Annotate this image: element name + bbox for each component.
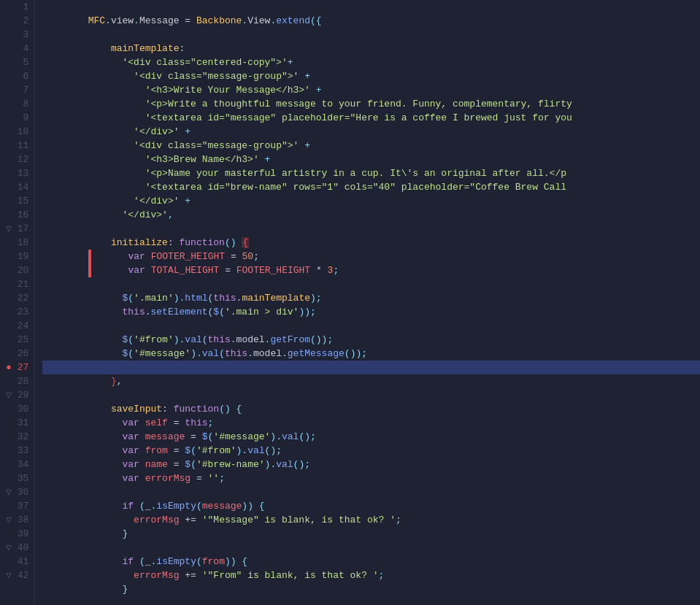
ln-27: ● 27: [0, 361, 34, 374]
line-numbers: 1 2 3 4 5 6 7 8 9 10 11 12 13 14 15 16 ▽…: [0, 0, 35, 605]
code-line-30: var self = this;: [42, 402, 700, 416]
ln-26: 26: [0, 347, 34, 361]
ln-17: ▽ 17: [0, 222, 34, 236]
code-line-18: var FOOTER_HEIGHT = 50;: [42, 236, 700, 250]
ln-28: 28: [0, 374, 34, 388]
code-line-34: var errorMsg = '';: [42, 458, 700, 471]
code-line-38: }: [42, 513, 700, 527]
ln-33: 33: [0, 444, 34, 458]
code-line-9: '</div>' +: [42, 111, 700, 125]
code-line-42: }: [42, 569, 700, 582]
code-line-11: '<h3>Brew Name</h3>' +: [42, 139, 700, 153]
code-line-33: var name = $('#brew-name').val();: [42, 444, 700, 458]
code-line-23: [42, 305, 700, 319]
code-line-13: '<textarea id="brew-name" rows="1" cols=…: [42, 166, 700, 180]
ln-14: 14: [0, 180, 34, 194]
ln-13: 13: [0, 166, 34, 180]
code-line-32: var from = $('#from').val();: [42, 430, 700, 444]
code-line-24: $('#from').val(this.model.getFrom());: [42, 319, 700, 333]
ln-16: 16: [0, 208, 34, 222]
ln-35: 35: [0, 471, 34, 485]
code-line-10: '<div class="message-group">' +: [42, 125, 700, 139]
ln-10: 10: [0, 125, 34, 139]
ln-34: 34: [0, 458, 34, 471]
ln-6: 6: [0, 69, 34, 83]
ln-41: 41: [0, 555, 34, 569]
code-line-2: [42, 14, 700, 28]
code-line-31: var message = $('#message').val();: [42, 416, 700, 430]
ln-25: 25: [0, 333, 34, 347]
code-editor: 1 2 3 4 5 6 7 8 9 10 11 12 13 14 15 16 ▽…: [0, 0, 700, 605]
code-container: 1 2 3 4 5 6 7 8 9 10 11 12 13 14 15 16 ▽…: [0, 0, 700, 605]
ln-20: 20: [0, 263, 34, 277]
ln-37: 37: [0, 499, 34, 513]
code-line-6: '<h3>Write Your Message</h3>' +: [42, 69, 700, 83]
ln-8: 8: [0, 97, 34, 111]
ln-39: 39: [0, 527, 34, 541]
code-line-20: [42, 263, 700, 277]
code-line-35: [42, 471, 700, 485]
code-line-12: '<p>Name your masterful artistry in a cu…: [42, 153, 700, 166]
code-line-25: $('#message').val(this.model.getMessage(…: [42, 333, 700, 347]
code-line-1: MFC.view.Message = Backbone.View.extend(…: [42, 0, 700, 14]
code-line-39: [42, 527, 700, 541]
ln-32: 32: [0, 430, 34, 444]
ln-38: ▽ 38: [0, 513, 34, 527]
code-line-21: $('.main').html(this.mainTemplate);: [42, 277, 700, 291]
ln-21: 21: [0, 277, 34, 291]
code-line-15: '</div>',: [42, 194, 700, 208]
ln-9: 9: [0, 111, 34, 125]
ln-40: ▽ 40: [0, 541, 34, 555]
code-line-41: errorMsg += '"From" is blank, is that ok…: [42, 555, 700, 569]
ln-4: 4: [0, 42, 34, 55]
ln-1: 1: [0, 0, 34, 14]
code-line-16: [42, 208, 700, 222]
ln-36: ▽ 36: [0, 485, 34, 499]
ln-22: 22: [0, 291, 34, 305]
ln-24: 24: [0, 319, 34, 333]
code-line-36: if (_.isEmpty(message)) {: [42, 485, 700, 499]
ln-29: ▽ 29: [0, 388, 34, 402]
ln-18: 18: [0, 236, 34, 250]
ln-3: 3: [0, 28, 34, 42]
code-line-5: '<div class="message-group">' +: [42, 55, 700, 69]
code-line-22: this.setElement($('.main > div'));: [42, 291, 700, 305]
code-line-8: '<textarea id="message" placeholder="Her…: [42, 97, 700, 111]
ln-11: 11: [0, 139, 34, 153]
code-content[interactable]: MFC.view.Message = Backbone.View.extend(…: [35, 0, 700, 605]
ln-19: 19: [0, 250, 34, 263]
code-line-28: [42, 374, 700, 388]
code-line-26: $('#brew-name').val(this.model.getName()…: [42, 347, 700, 361]
code-line-27: },: [42, 361, 700, 374]
ln-7: 7: [0, 83, 34, 97]
ln-2: 2: [0, 14, 34, 28]
ln-12: 12: [0, 153, 34, 166]
ln-23: 23: [0, 305, 34, 319]
ln-31: 31: [0, 416, 34, 430]
code-line-29: saveInput: function() {: [42, 388, 700, 402]
ln-42: ▽ 42: [0, 569, 34, 582]
code-line-7: '<p>Write a thoughtful message to your f…: [42, 83, 700, 97]
code-line-37: errorMsg += '"Message" is blank, is that…: [42, 499, 700, 513]
code-line-40: if (_.isEmpty(from)) {: [42, 541, 700, 555]
ln-5: 5: [0, 55, 34, 69]
ln-30: 30: [0, 402, 34, 416]
code-line-14: '</div>' +: [42, 180, 700, 194]
ln-15: 15: [0, 194, 34, 208]
code-line-19: var TOTAL_HEIGHT = FOOTER_HEIGHT * 3;: [42, 250, 700, 263]
code-line-17: initialize: function() {: [42, 222, 700, 236]
code-line-3: mainTemplate:: [42, 28, 700, 42]
code-line-4: '<div class="centered-copy">'+: [42, 42, 700, 55]
